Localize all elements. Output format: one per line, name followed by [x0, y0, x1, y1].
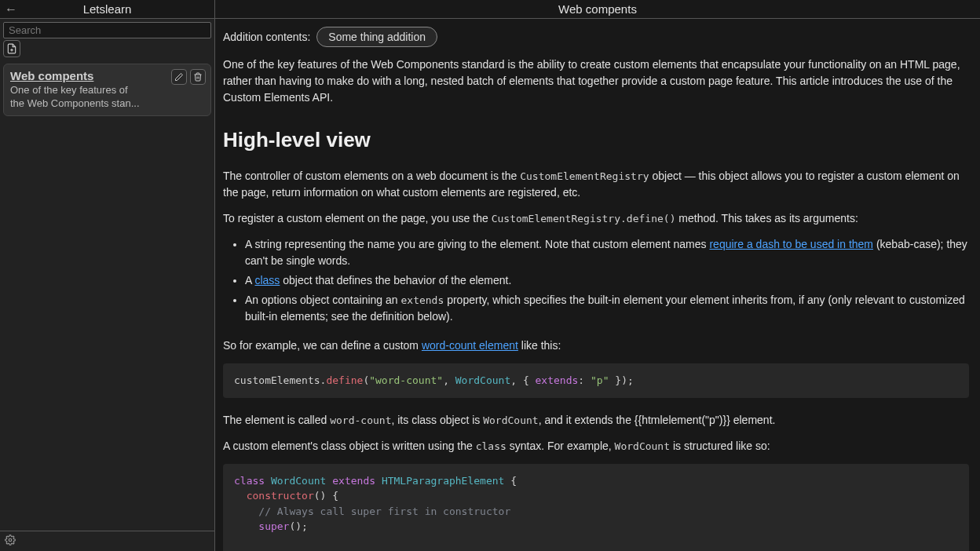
link-word-count-element[interactable]: word-count element — [422, 339, 518, 352]
code-block: customElements.define("word-count", Word… — [223, 363, 969, 398]
addition-label: Addition contents: — [223, 29, 310, 46]
gear-icon — [5, 535, 16, 546]
page-title: Web compents — [215, 0, 980, 18]
new-file-icon — [6, 43, 17, 54]
paragraph: To register a custom element on the page… — [223, 210, 969, 227]
paragraph: A custom element's class object is writt… — [223, 438, 969, 454]
trash-icon — [193, 72, 203, 82]
pencil-icon — [174, 72, 184, 82]
inline-code: class — [476, 440, 506, 452]
search-input[interactable] — [3, 22, 211, 38]
list-item: A string representing the name you are g… — [245, 236, 969, 269]
paragraph: So for example, we can define a custom w… — [223, 338, 969, 354]
inline-code: CustomElementRegistry.define() — [492, 213, 676, 224]
addition-button[interactable]: Some thing addition — [316, 27, 437, 47]
inline-code: CustomElementRegistry — [520, 170, 649, 182]
inline-code: word-count — [330, 414, 391, 426]
paragraph: The controller of custom elements on a w… — [223, 168, 969, 201]
list-item: A class object that defines the behavior… — [245, 272, 969, 289]
content-area[interactable]: Addition contents: Some thing addition O… — [215, 19, 980, 551]
edit-note-button[interactable] — [171, 69, 187, 85]
app-name: Letslearn — [83, 2, 132, 16]
link-require-dash[interactable]: require a dash to be used in them — [709, 238, 873, 250]
new-note-button[interactable] — [3, 40, 20, 57]
code-block: class WordCount extends HTMLParagraphEle… — [223, 464, 969, 552]
settings-button[interactable] — [0, 531, 214, 551]
list-item: An options object containing an extends … — [245, 292, 969, 325]
link-class[interactable]: class — [254, 274, 280, 286]
svg-point-2 — [9, 538, 12, 542]
delete-note-button[interactable] — [190, 69, 206, 85]
sidebar: Web compents One of the key features of … — [0, 19, 215, 551]
note-preview: One of the key features of the Web Compo… — [10, 84, 204, 111]
inline-code: WordCount — [615, 440, 670, 452]
intro-paragraph: One of the key features of the Web Compo… — [223, 57, 969, 106]
topbar-left: ← Letslearn — [0, 0, 215, 18]
back-arrow-icon[interactable]: ← — [5, 2, 17, 16]
section-heading: High-level view — [223, 125, 969, 155]
inline-code: extends — [400, 294, 444, 306]
inline-code: WordCount — [483, 414, 538, 426]
paragraph: The element is called word-count, its cl… — [223, 412, 969, 429]
note-item[interactable]: Web compents One of the key features of … — [3, 64, 211, 116]
argument-list: A string representing the name you are g… — [245, 236, 969, 325]
